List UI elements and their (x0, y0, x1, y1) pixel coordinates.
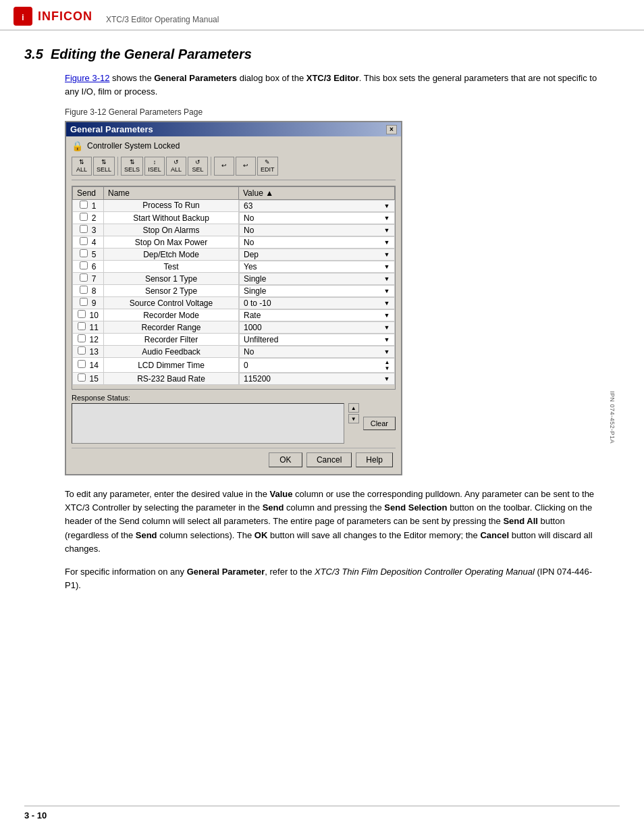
table-row: 6TestYes▼ (73, 261, 395, 273)
spin-control[interactable]: ▲▼ (385, 359, 390, 371)
table-row: 15RS-232 Baud Rate115200▼ (73, 373, 395, 385)
table-row: 8Sensor 2 TypeSingle▼ (73, 285, 395, 297)
param-value: Dep (244, 250, 259, 259)
dropdown-arrow-icon[interactable]: ▼ (384, 227, 390, 234)
param-name: Test (163, 262, 178, 271)
send-checkbox[interactable] (80, 286, 88, 294)
send-checkbox[interactable] (78, 360, 86, 368)
send-checkbox[interactable] (78, 373, 86, 382)
param-value: No (244, 213, 254, 223)
dialog-footer: OK Cancel Help (72, 448, 396, 470)
toolbar-btn-sel[interactable]: ↺SEL (188, 157, 208, 176)
row-number: 14 (87, 361, 99, 370)
send-checkbox[interactable] (78, 310, 86, 318)
send-checkbox[interactable] (80, 225, 88, 233)
row-number: 10 (87, 311, 99, 320)
toolbar-btn-sels[interactable]: ⇅SELS (121, 157, 143, 176)
help-button[interactable]: Help (356, 452, 393, 467)
param-name: Stop On Max Power (135, 238, 207, 247)
close-button[interactable]: × (386, 125, 397, 134)
dropdown-arrow-icon[interactable]: ▼ (384, 239, 390, 246)
page-content: 3.5 Editing the General Parameters Figur… (0, 30, 644, 618)
dialog-title: General Parameters (70, 124, 153, 134)
toolbar-btn-isel[interactable]: ↕ISEL (144, 157, 165, 176)
param-name: Recorder Mode (143, 311, 199, 320)
row-number: 9 (89, 298, 96, 308)
param-name: LCD Dimmer Time (138, 361, 205, 370)
toolbar-btn-all[interactable]: ↺ALL (166, 157, 186, 176)
header-subtitle: XTC/3 Editor Operating Manual (106, 15, 219, 26)
param-value: 0 (244, 361, 248, 370)
toolbar: ⇅ALL ⇅SELL ⇅SELS ↕ISEL ↺ALL ↺SEL ↩ ↩ ✎ED… (72, 157, 396, 180)
row-number: 3 (89, 226, 96, 235)
col-header-value[interactable]: Value ▲ (239, 186, 395, 199)
dropdown-arrow-icon[interactable]: ▼ (384, 312, 390, 319)
table-row: 10Recorder ModeRate▼ (73, 309, 395, 321)
table-row: 9Source Control Voltage0 to -10▼ (73, 297, 395, 309)
col-header-name[interactable]: Name (104, 186, 239, 199)
body-paragraph-2: For specific information on any General … (65, 565, 606, 592)
send-checkbox[interactable] (80, 237, 88, 245)
param-value: Single (244, 274, 266, 284)
body-paragraph-1: To edit any parameter, enter the desired… (65, 488, 606, 556)
param-value: Single (244, 286, 266, 296)
row-number: 7 (89, 274, 96, 284)
toolbar-btn-undo1[interactable]: ↩ (214, 157, 234, 176)
send-checkbox[interactable] (80, 273, 88, 282)
param-name: Sensor 2 Type (145, 286, 197, 296)
toolbar-btn-selldown[interactable]: ⇅SELL (93, 157, 115, 176)
dropdown-arrow-icon[interactable]: ▼ (384, 324, 390, 331)
col-header-send[interactable]: Send (73, 186, 104, 199)
send-checkbox[interactable] (80, 298, 88, 306)
response-scroll-down[interactable]: ▼ (348, 414, 359, 423)
dropdown-arrow-icon[interactable]: ▼ (384, 375, 390, 382)
send-checkbox[interactable] (80, 213, 88, 221)
param-name: Stop On Alarms (142, 226, 199, 235)
general-parameters-dialog: General Parameters × 🔒 Controller System… (65, 121, 402, 475)
lock-text: Controller System Locked (87, 141, 180, 151)
toolbar-group-3: ↩ ↩ ✎EDIT (214, 157, 281, 176)
inficon-logo-icon: i (14, 7, 32, 26)
dialog-wrapper: General Parameters × 🔒 Controller System… (65, 121, 402, 475)
table-row: 2Start Without BackupNo▼ (73, 212, 395, 224)
response-textarea[interactable] (72, 404, 344, 443)
cancel-button[interactable]: Cancel (306, 452, 352, 467)
param-name: Recorder Filter (144, 335, 198, 344)
dropdown-arrow-icon[interactable]: ▼ (384, 203, 390, 209)
param-value: 63 (244, 201, 252, 211)
dropdown-arrow-icon[interactable]: ▼ (384, 263, 390, 270)
param-value: 115200 (244, 374, 271, 384)
lock-row: 🔒 Controller System Locked (72, 140, 396, 151)
row-number: 15 (87, 374, 99, 384)
toolbar-btn-edit[interactable]: ✎EDIT (257, 157, 278, 176)
toolbar-btn-alldown[interactable]: ⇅ALL (72, 157, 92, 176)
response-scroll-up[interactable]: ▲ (348, 403, 359, 413)
send-checkbox[interactable] (80, 261, 88, 269)
row-number: 2 (89, 213, 96, 223)
dropdown-arrow-icon[interactable]: ▼ (384, 336, 390, 343)
param-value: Rate (244, 311, 261, 320)
dropdown-arrow-icon[interactable]: ▼ (384, 300, 390, 307)
send-checkbox[interactable] (80, 201, 88, 209)
ok-button[interactable]: OK (269, 452, 302, 467)
dropdown-arrow-icon[interactable]: ▼ (384, 215, 390, 221)
dropdown-arrow-icon[interactable]: ▼ (384, 251, 390, 258)
send-checkbox[interactable] (78, 346, 86, 355)
toolbar-btn-undo2[interactable]: ↩ (236, 157, 256, 176)
params-table-container: Send Name Value ▲ 1Process To Run63▼ 2St… (72, 186, 396, 390)
send-checkbox[interactable] (78, 322, 86, 330)
param-name: Sensor 1 Type (145, 274, 197, 284)
dropdown-arrow-icon[interactable]: ▼ (384, 276, 390, 282)
svg-text:i: i (22, 13, 24, 22)
clear-button[interactable]: Clear (363, 417, 396, 430)
params-table: Send Name Value ▲ 1Process To Run63▼ 2St… (72, 186, 395, 386)
send-checkbox[interactable] (78, 334, 86, 342)
row-number: 6 (89, 262, 96, 271)
side-ipn-text: IPN 074-452-P1A (609, 390, 616, 443)
dropdown-arrow-icon[interactable]: ▼ (384, 348, 390, 355)
dropdown-arrow-icon[interactable]: ▼ (384, 288, 390, 294)
figure-link[interactable]: Figure 3-12 (65, 73, 109, 83)
table-row: 3Stop On AlarmsNo▼ (73, 224, 395, 236)
param-value: 0 to -10 (244, 298, 271, 308)
send-checkbox[interactable] (80, 249, 88, 257)
